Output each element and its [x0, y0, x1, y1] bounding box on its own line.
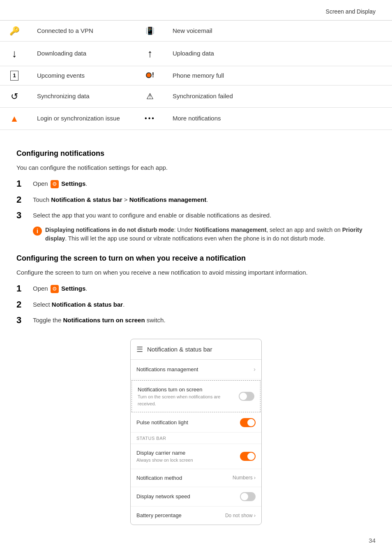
phone-row-network-speed-label: Display network speed	[136, 493, 190, 501]
section-title-2: Configuring the screen to turn on when y…	[16, 253, 376, 264]
icon-2-row-1: ↑	[136, 42, 164, 66]
hamburger-icon: ☰	[136, 344, 143, 355]
step-text-1-3: Select the app that you want to configur…	[33, 210, 271, 220]
phone-mockup-header: ☰ Notification & status bar	[131, 339, 261, 360]
toggle-network-speed[interactable]	[240, 492, 256, 501]
label-1-row-0: Connected to a VPN	[29, 21, 136, 42]
phone-row-display-carrier-sub: Always show on lock screen	[136, 457, 193, 464]
phone-row-notifications-turn-on-sub: Turn on the screen when notifications ar…	[138, 393, 239, 407]
toggle-pulse-notification[interactable]	[240, 418, 256, 427]
step-num-2-3: 3	[16, 314, 33, 326]
phone-row-pulse-label: Pulse notification light	[136, 419, 188, 427]
phone-row-notifications-turn-on-left: Notifications turn on screen Turn on the…	[138, 386, 239, 407]
step-2-2: 2 Select Notification & status bar.	[16, 299, 376, 311]
label-2-row-1: Uploading data	[164, 42, 392, 66]
section-desc-1: You can configure the notification setti…	[16, 163, 376, 173]
step-1-3: 3 Select the app that you want to config…	[16, 210, 376, 222]
phone-row-display-carrier[interactable]: Display carrier name Always show on lock…	[131, 444, 261, 469]
notification-method-value: Numbers ›	[233, 474, 256, 481]
step-num-1-2: 2	[16, 194, 33, 206]
label-2-row-4: More notifications	[164, 107, 392, 130]
phone-row-battery-label: Battery percentage	[136, 511, 182, 520]
settings-label-1: Settings	[61, 180, 85, 187]
section-configuring-screen: Configuring the screen to turn on when y…	[16, 253, 376, 525]
icon-2-row-2: !	[136, 66, 164, 86]
step-text-2-3: Toggle the Notifications turn on screen …	[33, 314, 166, 325]
icon-table-row-4: ▲Login or synchronization issue•••More n…	[0, 107, 392, 130]
icon-reference-table: 🔑Connected to a VPN📳New voicemail↓Downlo…	[0, 21, 392, 130]
steps-list-1: 1 Open Settings. 2 Touch Notification & …	[16, 178, 376, 222]
step-num-1-3: 3	[16, 210, 33, 222]
icon-1-row-4: ▲	[0, 107, 29, 130]
battery-percentage-value: Do not show ›	[225, 512, 256, 519]
label-2-row-2: Phone memory full	[164, 66, 392, 86]
settings-icon-2	[51, 285, 59, 293]
step-2-3-bold: Notifications turn on screen	[63, 317, 145, 324]
settings-icon-1	[51, 180, 59, 188]
phone-header-title: Notification & status bar	[147, 345, 212, 354]
chevron-icon-1: ›	[254, 365, 256, 374]
info-box-1: i Displaying notifications in do not dis…	[33, 226, 376, 243]
icon-table-row-2: 1Upcoming events!Phone memory full	[0, 66, 392, 86]
icon-table-row-1: ↓Downloading data↑Uploading data	[0, 42, 392, 66]
phone-row-notifications-turn-on-label: Notifications turn on screen	[138, 386, 239, 394]
section-title-1: Configuring notifications	[16, 148, 376, 159]
step-2-3: 3 Toggle the Notifications turn on scree…	[16, 314, 376, 326]
step-2-2-bold: Notification & status bar	[52, 301, 123, 308]
steps-list-2: 1 Open Settings. 2 Select Notification &…	[16, 283, 376, 326]
step-1-1: 1 Open Settings.	[16, 178, 376, 190]
toggle-notifications-turn-on[interactable]	[239, 392, 254, 401]
icon-table-row-3: ↺Synchronizing data⚠Synchronization fail…	[0, 85, 392, 107]
section-configuring-notifications: Configuring notifications You can config…	[16, 148, 376, 243]
phone-row-display-carrier-label: Display carrier name	[136, 449, 193, 457]
icon-1-row-2: 1	[0, 66, 29, 86]
page-header: Screen and Display	[0, 0, 392, 21]
label-1-row-4: Login or synchronization issue	[29, 107, 136, 130]
label-1-row-1: Downloading data	[29, 42, 136, 66]
phone-row-notification-method-label: Notification method	[136, 474, 182, 482]
icon-2-row-4: •••	[136, 107, 164, 130]
phone-row-battery-percentage[interactable]: Battery percentage Do not show ›	[131, 506, 261, 525]
phone-row-display-carrier-left: Display carrier name Always show on lock…	[136, 449, 193, 464]
toggle-display-carrier[interactable]	[240, 452, 256, 461]
main-content: Configuring notifications You can config…	[0, 130, 392, 541]
icon-2-row-3: ⚠	[136, 85, 164, 107]
step-text-1-2: Touch Notification & status bar > Notifi…	[33, 194, 208, 205]
label-2-row-3: Synchronization failed	[164, 85, 392, 107]
info-title-1: Displaying notifications in do not distu…	[45, 227, 174, 233]
step-1-2-bold2: Notifications management	[129, 196, 207, 203]
label-1-row-2: Upcoming events	[29, 66, 136, 86]
icon-2-row-0: 📳	[136, 21, 164, 42]
phone-row-notifications-management-label: Notifications management	[136, 365, 198, 374]
phone-row-notification-method[interactable]: Notification method Numbers ›	[131, 469, 261, 488]
phone-row-pulse-notification[interactable]: Pulse notification light	[131, 413, 261, 432]
step-1-2-bold1: Notification & status bar	[51, 196, 122, 203]
page-title: Screen and Display	[326, 8, 376, 15]
status-bar-section-label: STATUS BAR	[131, 432, 261, 444]
info-text-1: Displaying notifications in do not distu…	[45, 226, 376, 243]
phone-mockup: ☰ Notification & status bar Notification…	[130, 339, 262, 525]
icon-table-row-0: 🔑Connected to a VPN📳New voicemail	[0, 21, 392, 42]
step-num-1-1: 1	[16, 178, 33, 190]
page-number: 34	[369, 536, 376, 546]
icon-1-row-1: ↓	[0, 42, 29, 66]
step-1-2: 2 Touch Notification & status bar > Noti…	[16, 194, 376, 206]
phone-row-notifications-management[interactable]: Notifications management ›	[131, 360, 261, 379]
section-desc-2: Configure the screen to turn on when you…	[16, 268, 376, 278]
step-num-2-2: 2	[16, 299, 33, 311]
phone-row-network-speed[interactable]: Display network speed	[131, 487, 261, 506]
info-icon-1: i	[33, 227, 42, 236]
step-text-1-1: Open Settings.	[33, 178, 87, 189]
step-2-1: 1 Open Settings.	[16, 283, 376, 295]
step-text-2-2: Select Notification & status bar.	[33, 299, 125, 310]
settings-label-2: Settings	[61, 285, 85, 292]
phone-row-notifications-turn-on[interactable]: Notifications turn on screen Turn on the…	[131, 380, 261, 413]
icon-1-row-3: ↺	[0, 85, 29, 107]
label-1-row-3: Synchronizing data	[29, 85, 136, 107]
step-num-2-1: 1	[16, 283, 33, 295]
label-2-row-0: New voicemail	[164, 21, 392, 42]
step-text-2-1: Open Settings.	[33, 283, 87, 294]
icon-1-row-0: 🔑	[0, 21, 29, 42]
